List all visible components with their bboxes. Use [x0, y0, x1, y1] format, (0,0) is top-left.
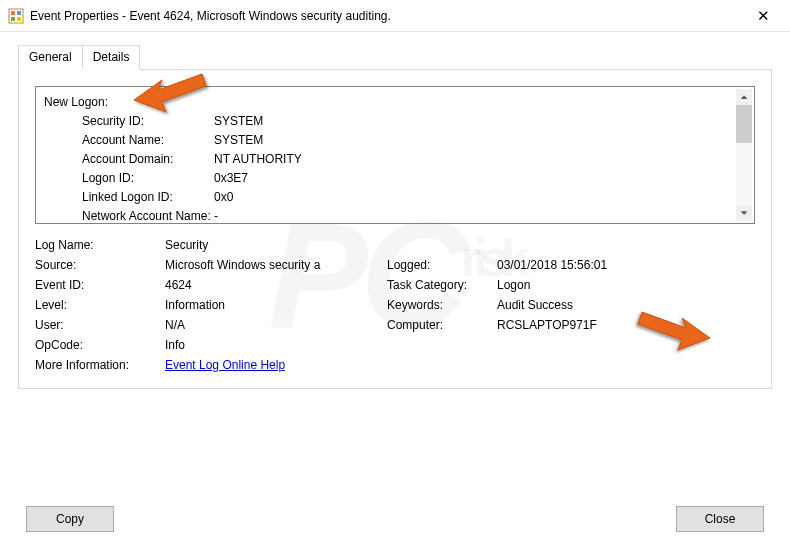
tab-general[interactable]: General [18, 45, 83, 70]
event-field: Security ID:SYSTEM [44, 112, 746, 131]
svg-rect-3 [11, 17, 15, 21]
label-level: Level: [35, 298, 165, 312]
event-field: Linked Logon ID:0x0 [44, 188, 746, 207]
copy-button[interactable]: Copy [26, 506, 114, 532]
label-log-name: Log Name: [35, 238, 165, 252]
event-icon [8, 8, 24, 24]
window-title: Event Properties - Event 4624, Microsoft… [30, 9, 745, 23]
svg-rect-1 [11, 11, 15, 15]
property-grid: Log Name: Security Source: Microsoft Win… [35, 238, 755, 372]
label-computer: Computer: [387, 318, 497, 332]
value-keywords: Audit Success [497, 298, 755, 312]
label-user: User: [35, 318, 165, 332]
event-field: Account Domain:NT AUTHORITY [44, 150, 746, 169]
tab-strip: General Details [18, 44, 772, 69]
event-field: Network Account Name:- [44, 207, 746, 224]
value-level: Information [165, 298, 387, 312]
value-user: N/A [165, 318, 387, 332]
label-opcode: OpCode: [35, 338, 165, 352]
value-task-category: Logon [497, 278, 755, 292]
value-opcode: Info [165, 338, 387, 352]
event-text-box[interactable]: ⏶ ⏷ New Logon: Security ID:SYSTEM Accoun… [35, 86, 755, 224]
event-field: Account Name:SYSTEM [44, 131, 746, 150]
value-logged: 03/01/2018 15:56:01 [497, 258, 755, 272]
svg-rect-2 [17, 11, 21, 15]
value-source: Microsoft Windows security a [165, 258, 387, 272]
label-source: Source: [35, 258, 165, 272]
general-panel: ⏶ ⏷ New Logon: Security ID:SYSTEM Accoun… [18, 69, 772, 389]
event-log-online-help-link[interactable]: Event Log Online Help [165, 358, 285, 372]
close-button[interactable]: Close [676, 506, 764, 532]
titlebar: Event Properties - Event 4624, Microsoft… [0, 0, 790, 32]
label-keywords: Keywords: [387, 298, 497, 312]
scroll-down-icon[interactable]: ⏷ [736, 205, 752, 221]
scroll-up-icon[interactable]: ⏶ [736, 89, 752, 105]
label-logged: Logged: [387, 258, 497, 272]
tab-details[interactable]: Details [82, 45, 141, 70]
scroll-thumb[interactable] [736, 105, 752, 143]
label-more-info: More Information: [35, 358, 165, 372]
value-event-id: 4624 [165, 278, 387, 292]
window-close-button[interactable]: ✕ [745, 3, 782, 29]
section-title: New Logon: [44, 93, 746, 112]
label-task-category: Task Category: [387, 278, 497, 292]
svg-rect-4 [17, 17, 21, 21]
value-log-name: Security [165, 238, 387, 252]
footer: Copy Close [26, 506, 764, 532]
label-event-id: Event ID: [35, 278, 165, 292]
value-computer: RCSLAPTOP971F [497, 318, 755, 332]
event-field: Logon ID:0x3E7 [44, 169, 746, 188]
